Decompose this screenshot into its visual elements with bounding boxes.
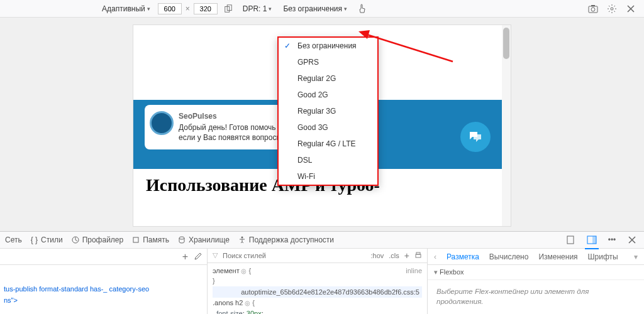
svg-rect-12 xyxy=(567,236,574,244)
chat-button[interactable] xyxy=(460,122,491,152)
throttle-option[interactable]: Regular 3G xyxy=(279,103,377,119)
tab-layout[interactable]: Разметка xyxy=(447,252,479,261)
svg-rect-4 xyxy=(591,5,595,6)
times-separator: × xyxy=(186,4,190,13)
svg-rect-14 xyxy=(592,236,596,244)
add-rule-icon[interactable]: + xyxy=(182,251,188,263)
chat-avatar-icon xyxy=(150,111,174,135)
tab-styles[interactable]: { }Стили xyxy=(31,236,63,244)
settings-icon[interactable] xyxy=(605,2,619,16)
chevron-down-icon: ▾ xyxy=(344,6,347,12)
chat-icon xyxy=(469,131,482,143)
rotate-icon[interactable] xyxy=(221,2,235,16)
throttle-option[interactable]: GPRS xyxy=(279,54,377,70)
hov-toggle[interactable]: :hov xyxy=(371,252,384,259)
device-select[interactable]: Адаптивный ▾ xyxy=(98,3,154,14)
scrollbar[interactable] xyxy=(502,25,511,226)
tab-storage[interactable]: Хранилище xyxy=(178,236,230,244)
throttle-select[interactable]: Без ограничения ▾ xyxy=(279,3,351,14)
devtools-tabs: Сеть { }Стили Профайлер Память Хранилище… xyxy=(0,231,644,249)
tabs-scroll-right-icon[interactable]: ▾ xyxy=(634,252,638,261)
add-rule-icon[interactable]: + xyxy=(404,251,409,261)
docking-icon[interactable] xyxy=(585,236,599,249)
svg-point-3 xyxy=(591,8,595,11)
flexbox-section-header[interactable]: Flexbox xyxy=(428,265,644,280)
kebab-icon[interactable]: ••• xyxy=(605,233,619,247)
dpr-label: DPR: 1 xyxy=(243,4,267,13)
panel-styles: ▽ :hov .cls + элемент {inline } autoptim… xyxy=(208,249,428,314)
responsive-toolbar: Адаптивный ▾ × DPR: 1 ▾ Без ограничения … xyxy=(0,0,644,18)
throttle-option[interactable]: Good 3G xyxy=(279,119,377,136)
dpr-select[interactable]: DPR: 1 ▾ xyxy=(239,3,276,14)
flexbox-hint: Выберите Flex-контейнер или элемент для … xyxy=(428,280,644,313)
responsive-mode-icon[interactable] xyxy=(565,233,579,247)
cls-toggle[interactable]: .cls xyxy=(389,252,399,259)
touch-icon[interactable] xyxy=(355,2,369,16)
print-icon[interactable] xyxy=(414,252,422,259)
layout-tabs: ‹ Разметка Вычислено Изменения Шрифты ▾ xyxy=(428,249,644,265)
throttle-menu: Без ограниченияGPRSRegular 2GGood 2GRegu… xyxy=(277,36,379,186)
css-source-link[interactable]: autoptimize_65b6d24e812e2e487d93663b486d… xyxy=(213,286,422,298)
tab-computed[interactable]: Вычислено xyxy=(489,252,529,261)
width-input[interactable] xyxy=(158,3,182,14)
eyedropper-icon[interactable] xyxy=(193,252,202,261)
throttle-label: Без ограничения xyxy=(283,4,342,13)
throttle-option[interactable]: Regular 2G xyxy=(279,70,377,87)
svg-point-10 xyxy=(179,237,184,239)
height-input[interactable] xyxy=(194,3,218,14)
close-devtools-icon[interactable] xyxy=(625,233,639,247)
throttle-option[interactable]: Wi-Fi xyxy=(279,168,377,185)
viewport-area: SE pupulseslses SeoPulses Добрый день! Г… xyxy=(0,18,644,231)
throttle-option[interactable]: Без ограничения xyxy=(279,38,377,54)
throttle-option[interactable]: Regular 4G / LTE xyxy=(279,136,377,152)
dom-code[interactable]: tus-publish format-standard has-_ catego… xyxy=(0,265,207,310)
screenshot-icon[interactable] xyxy=(586,2,600,16)
styles-search-input[interactable] xyxy=(223,252,366,259)
panel-dom: + tus-publish format-standard has-_ cate… xyxy=(0,249,208,314)
svg-rect-16 xyxy=(416,252,420,254)
svg-rect-15 xyxy=(416,254,421,257)
svg-point-5 xyxy=(611,8,613,10)
throttle-option[interactable]: DSL xyxy=(279,152,377,168)
tab-network[interactable]: Сеть xyxy=(5,236,22,244)
svg-point-11 xyxy=(241,237,243,239)
styles-rules[interactable]: элемент {inline } autoptimize_65b6d24e81… xyxy=(208,263,427,314)
tab-changes[interactable]: Изменения xyxy=(538,252,577,261)
tab-accessibility[interactable]: Поддержка доступности xyxy=(238,236,334,244)
devtools-panels: + tus-publish format-standard has-_ cate… xyxy=(0,249,644,314)
svg-rect-9 xyxy=(133,237,138,242)
tab-memory[interactable]: Память xyxy=(132,236,169,244)
panel-layout: ‹ Разметка Вычислено Изменения Шрифты ▾ … xyxy=(428,249,644,314)
tab-fonts[interactable]: Шрифты xyxy=(588,252,618,261)
tabs-scroll-left-icon[interactable]: ‹ xyxy=(434,252,436,261)
styles-toolbar: ▽ :hov .cls + xyxy=(208,249,427,263)
chevron-down-icon: ▾ xyxy=(269,6,272,12)
dom-toolbar: + xyxy=(0,249,207,265)
device-select-label: Адаптивный xyxy=(102,4,145,13)
filter-icon: ▽ xyxy=(213,251,218,259)
close-icon[interactable] xyxy=(624,2,638,16)
tab-profiler[interactable]: Профайлер xyxy=(72,236,124,244)
chevron-down-icon: ▾ xyxy=(147,6,150,12)
throttle-option[interactable]: Good 2G xyxy=(279,87,377,103)
